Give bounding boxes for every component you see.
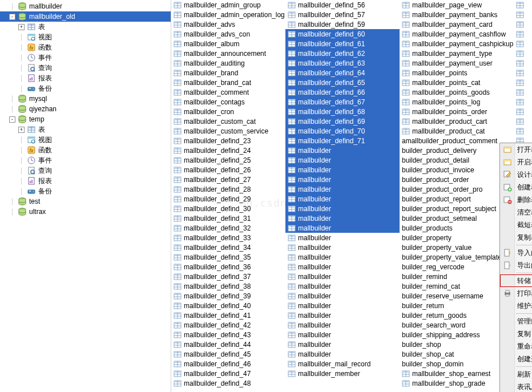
table-item[interactable]: builder_property_value_template (400, 252, 514, 262)
table-item[interactable]: builder_product_report (400, 194, 514, 204)
table-item[interactable]: builder_shop_domin (400, 359, 514, 369)
table-item[interactable]: builder_remind_cat (400, 281, 514, 291)
table-item[interactable]: mallbuilder_defind_42 (171, 320, 285, 330)
table-item[interactable]: mallbuilder_defind_41 (171, 310, 285, 320)
table-item[interactable]: mallbuilder_defind_56 (285, 0, 400, 10)
table-item[interactable]: builder_products (400, 223, 514, 233)
table-item[interactable]: mallbuilder_cron (171, 107, 285, 116)
database-tree[interactable]: mallbuilder-mallbuilder_old+表视图函数事件查询报表备… (0, 0, 171, 392)
table-item[interactable]: builder_return (400, 301, 514, 310)
table-item[interactable]: mallbuilder_defind_37 (171, 272, 285, 281)
table-item[interactable]: mallbuilder_defind_29 (171, 194, 285, 204)
tree-node[interactable]: +表 (0, 22, 171, 32)
table-item[interactable]: mallbuilder_shop_earnest (400, 369, 514, 378)
table-item[interactable]: mallbuilder_defind_40 (171, 301, 285, 310)
table-item[interactable]: mallbuilder_brand_cat (171, 78, 285, 87)
table-item[interactable]: mallbuilder_advs (171, 19, 285, 29)
menu-item[interactable]: 清空表 (500, 206, 532, 219)
menu-item[interactable]: 复制表 (500, 231, 532, 244)
table-item[interactable]: builder_reserve_username (400, 291, 514, 301)
tree-node[interactable]: ultrax (0, 207, 171, 217)
table-item[interactable]: mallbuilder_admin_group (171, 0, 285, 10)
table-item[interactable]: mallbuilder (285, 281, 400, 291)
table-item[interactable]: builder_remind (400, 272, 514, 281)
table-item[interactable]: builder_shipping_address (400, 330, 514, 340)
table-item[interactable]: mallbuilder (285, 243, 400, 252)
table-item[interactable]: mallbuilder_defind_60 (285, 29, 400, 39)
tree-node[interactable]: 视图 (0, 135, 171, 145)
table-item[interactable]: mallbuilder_contags (171, 97, 285, 107)
tree-node[interactable]: mysql (0, 94, 171, 104)
table-item[interactable] (514, 116, 525, 126)
table-item[interactable]: mallbuilder (285, 310, 400, 320)
collapse-icon[interactable]: - (9, 14, 15, 20)
table-item[interactable]: mallbuilder_auditing (171, 58, 285, 68)
table-item[interactable]: mallbuilder_defind_68 (285, 107, 400, 116)
table-item[interactable]: mallbuilder_points_goods (400, 87, 514, 97)
table-item[interactable]: mallbuilder_defind_25 (171, 155, 285, 165)
table-item[interactable]: mallbuilder_payment_banks (400, 10, 514, 19)
tree-node[interactable]: 查询 (0, 63, 171, 73)
table-item[interactable]: mallbuilder_album (171, 39, 285, 49)
menu-item[interactable]: 删除表(D) (500, 193, 532, 206)
menu-item[interactable]: 管理组▶ (500, 315, 532, 328)
table-item[interactable]: mallbuilder_defind_23 (171, 136, 285, 146)
table-item[interactable]: mallbuilder (285, 233, 400, 243)
tree-node[interactable]: 函数 (0, 42, 171, 52)
table-item[interactable]: mallbuilder (285, 291, 400, 301)
table-item[interactable]: mallbuilder (285, 262, 400, 272)
table-item[interactable]: mallbuilder_custom_service (171, 126, 285, 136)
table-item[interactable]: mallbuilder_shop_grade (400, 378, 514, 388)
table-item[interactable]: mallbuilder_product_cart (400, 116, 514, 126)
table-item[interactable] (514, 126, 525, 136)
tree-node[interactable]: +表 (0, 124, 171, 135)
table-item[interactable]: mallbuilder (285, 349, 400, 359)
table-item[interactable]: builder_reg_vercode (400, 262, 514, 272)
table-item[interactable]: mallbuilder (285, 272, 400, 281)
table-item[interactable]: mallbuilder (285, 165, 400, 175)
table-item[interactable]: mallbuilder_defind_65 (285, 78, 400, 87)
table-item[interactable]: builder_product_setmeal (400, 213, 514, 223)
table-item[interactable]: mallbuilder_defind_64 (285, 68, 400, 78)
table-item[interactable] (514, 0, 525, 10)
table-item[interactable]: amallbuilder_product_comment (400, 136, 514, 146)
table-item[interactable]: mallbuilder_custom_cat (171, 116, 285, 126)
table-item[interactable]: mallbuilder_defind_35 (171, 252, 285, 262)
table-item[interactable]: mallbuilder_defind_39 (171, 291, 285, 301)
menu-item[interactable]: 开启表 (快速) (500, 156, 532, 168)
table-item[interactable]: builder_shop_cat (400, 349, 514, 359)
table-item[interactable] (514, 87, 525, 97)
menu-item[interactable]: 打开表(O) (500, 143, 532, 156)
menu-item[interactable]: 创建表(N) (500, 181, 532, 193)
tree-node[interactable]: 查询 (0, 165, 171, 176)
table-item[interactable]: mallbuilder_payment_type (400, 49, 514, 58)
tree-node[interactable]: 备份 (0, 186, 171, 196)
collapse-icon[interactable]: - (9, 116, 15, 123)
tree-node[interactable]: test (0, 196, 171, 207)
table-item[interactable]: mallbuilder_mail_record (285, 359, 400, 369)
table-item[interactable]: mallbuilder (285, 320, 400, 330)
table-item[interactable]: mallbuilder_defind_46 (171, 359, 285, 369)
tree-node[interactable]: 备份 (0, 83, 171, 94)
tree-node[interactable]: 报表 (0, 73, 171, 83)
table-item[interactable]: mallbuilder (285, 204, 400, 213)
table-item[interactable]: mallbuilder (285, 340, 400, 349)
table-item[interactable]: mallbuilder_defind_24 (171, 146, 285, 155)
tree-node[interactable]: 函数 (0, 145, 171, 155)
table-item[interactable] (514, 78, 525, 87)
table-item[interactable]: mallbuilder (285, 146, 400, 155)
table-item[interactable] (514, 107, 525, 116)
tree-node[interactable]: -mallbuilder_old (0, 11, 171, 22)
table-item[interactable] (514, 29, 525, 39)
table-item[interactable]: mallbuilder_page_view (400, 0, 514, 10)
tree-node[interactable]: qiyezhan (0, 104, 171, 114)
table-item[interactable]: builder_product_order_pro (400, 184, 514, 194)
tree-node[interactable]: -temp (0, 114, 171, 124)
menu-item[interactable]: 刷新 (500, 368, 532, 381)
menu-item[interactable]: 导出向导(X) (500, 259, 532, 272)
table-item[interactable]: builder_product_invoice (400, 165, 514, 175)
table-item[interactable]: mallbuilder_payment_cashflow (400, 29, 514, 39)
table-item[interactable] (514, 19, 525, 29)
menu-item[interactable]: 复制 (500, 328, 532, 340)
table-item[interactable]: mallbuilder (285, 223, 400, 233)
